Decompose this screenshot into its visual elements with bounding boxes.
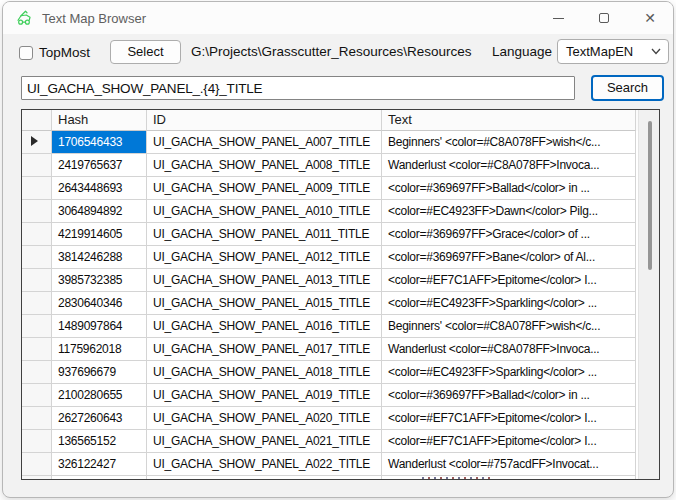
table-row[interactable]: 1706546433 UI_GACHA_SHOW_PANEL_A007_TITL… [22, 131, 659, 154]
text-cell[interactable]: <color=#EF7C1AFF>Epitome</color> I... [382, 407, 636, 430]
table-row[interactable]: 3814246288 UI_GACHA_SHOW_PANEL_A012_TITL… [22, 246, 659, 269]
search-button[interactable]: Search [591, 75, 664, 101]
id-cell[interactable]: UI_GACHA_SHOW_PANEL_A009_TITLE [147, 177, 382, 200]
table-row[interactable]: 2419765637 UI_GACHA_SHOW_PANEL_A008_TITL… [22, 154, 659, 177]
id-cell[interactable]: UI_GACHA_SHOW_PANEL_A011_TITLE [147, 223, 382, 246]
row-header-cell[interactable] [22, 223, 52, 246]
text-cell[interactable]: Wanderlust <color=#C8A078FF>Invoca... [382, 338, 636, 361]
text-cell[interactable]: <color=#369697FF>Grace</color> of ... [382, 223, 636, 246]
hash-cell[interactable] [52, 476, 147, 480]
row-header-cell[interactable] [22, 453, 52, 476]
hash-cell[interactable]: 4219914605 [52, 223, 147, 246]
row-header-cell[interactable] [22, 384, 52, 407]
resources-path: G:\Projects\Grasscutter_Resources\Resour… [191, 44, 472, 59]
id-cell[interactable]: UI_GACHA_SHOW_PANEL_A010_TITLE [147, 200, 382, 223]
row-header-cell[interactable] [22, 315, 52, 338]
text-cell[interactable]: <color=#EF7C1AFF>Epitome</color> I... [382, 430, 636, 453]
hash-cell[interactable]: 3985732385 [52, 269, 147, 292]
maximize-button[interactable] [581, 2, 627, 34]
table-row[interactable]: 326122427 UI_GACHA_SHOW_PANEL_A022_TITLE… [22, 453, 659, 476]
hash-cell[interactable]: 2627260643 [52, 407, 147, 430]
hash-cell[interactable]: 1706546433 [52, 131, 147, 154]
table-row[interactable]: 3064894892 UI_GACHA_SHOW_PANEL_A010_TITL… [22, 200, 659, 223]
id-cell[interactable]: UI_GACHA_SHOW_PANEL_A013_TITLE [147, 269, 382, 292]
hash-cell[interactable]: 2419765637 [52, 154, 147, 177]
row-header-cell[interactable] [22, 154, 52, 177]
table-row[interactable]: 2830640346 UI_GACHA_SHOW_PANEL_A015_TITL… [22, 292, 659, 315]
search-input[interactable] [21, 76, 575, 100]
text-cell[interactable] [382, 476, 636, 480]
row-header-cell[interactable] [22, 430, 52, 453]
hash-cell[interactable]: 2830640346 [52, 292, 147, 315]
row-header-cell[interactable] [22, 269, 52, 292]
id-cell[interactable]: UI_GACHA_SHOW_PANEL_A021_TITLE [147, 430, 382, 453]
text-cell[interactable]: <color=#EC4923FF>Dawn</color> Pilg... [382, 200, 636, 223]
text-cell[interactable]: Beginners' <color=#C8A078FF>wish</c... [382, 131, 636, 154]
table-row[interactable]: 1489097864 UI_GACHA_SHOW_PANEL_A016_TITL… [22, 315, 659, 338]
text-cell[interactable]: Beginners' <color=#C8A078FF>wish</c... [382, 315, 636, 338]
text-cell[interactable]: <color=#369697FF>Ballad</color> in ... [382, 384, 636, 407]
scrollbar-thumb[interactable] [648, 121, 652, 270]
row-header-cell[interactable] [22, 407, 52, 430]
id-cell[interactable]: UI_GACHA_SHOW_PANEL_A012_TITLE [147, 246, 382, 269]
row-header-cell[interactable] [22, 177, 52, 200]
hash-cell[interactable]: 326122427 [52, 453, 147, 476]
vertical-scrollbar[interactable] [638, 110, 659, 479]
hash-cell[interactable]: 3064894892 [52, 200, 147, 223]
row-header-cell[interactable] [22, 246, 52, 269]
text-cell[interactable]: <color=#EC4923FF>Sparkling</color> ... [382, 361, 636, 384]
row-header-cell[interactable] [22, 476, 52, 480]
table-row[interactable] [22, 476, 659, 480]
column-header-hash[interactable]: Hash [52, 110, 147, 131]
table-row[interactable]: 1175962018 UI_GACHA_SHOW_PANEL_A017_TITL… [22, 338, 659, 361]
row-header-cell[interactable] [22, 131, 52, 154]
id-cell[interactable]: UI_GACHA_SHOW_PANEL_A022_TITLE [147, 453, 382, 476]
hash-cell[interactable]: 937696679 [52, 361, 147, 384]
row-header-cell[interactable] [22, 200, 52, 223]
hash-cell[interactable]: 136565152 [52, 430, 147, 453]
table-row[interactable]: 4219914605 UI_GACHA_SHOW_PANEL_A011_TITL… [22, 223, 659, 246]
id-cell[interactable]: UI_GACHA_SHOW_PANEL_A015_TITLE [147, 292, 382, 315]
row-header-cell[interactable] [22, 292, 52, 315]
minimize-icon [553, 18, 564, 19]
id-cell[interactable]: UI_GACHA_SHOW_PANEL_A008_TITLE [147, 154, 382, 177]
row-header-corner[interactable] [22, 110, 52, 131]
id-cell[interactable]: UI_GACHA_SHOW_PANEL_A016_TITLE [147, 315, 382, 338]
table-row[interactable]: 136565152 UI_GACHA_SHOW_PANEL_A021_TITLE… [22, 430, 659, 453]
text-cell[interactable]: Wanderlust <color=#C8A078FF>Invoca... [382, 154, 636, 177]
id-cell[interactable]: UI_GACHA_SHOW_PANEL_A007_TITLE [147, 131, 382, 154]
id-cell[interactable] [147, 476, 382, 480]
text-cell[interactable]: <color=#369697FF>Ballad</color> in ... [382, 177, 636, 200]
row-header-cell[interactable] [22, 338, 52, 361]
text-cell[interactable]: Wanderlust <color=#757acdFF>Invocat... [382, 453, 636, 476]
titlebar: Text Map Browser ✕ [3, 2, 673, 34]
table-row[interactable]: 2100280655 UI_GACHA_SHOW_PANEL_A019_TITL… [22, 384, 659, 407]
hash-cell[interactable]: 2100280655 [52, 384, 147, 407]
hash-cell[interactable]: 2643448693 [52, 177, 147, 200]
row-header-cell[interactable] [22, 361, 52, 384]
hash-cell[interactable]: 3814246288 [52, 246, 147, 269]
text-cell[interactable]: <color=#369697FF>Bane</color> of Al... [382, 246, 636, 269]
table-row[interactable]: 2627260643 UI_GACHA_SHOW_PANEL_A020_TITL… [22, 407, 659, 430]
id-cell[interactable]: UI_GACHA_SHOW_PANEL_A019_TITLE [147, 384, 382, 407]
table-row[interactable]: 3985732385 UI_GACHA_SHOW_PANEL_A013_TITL… [22, 269, 659, 292]
select-button[interactable]: Select [110, 40, 181, 64]
table-row[interactable]: 937696679 UI_GACHA_SHOW_PANEL_A018_TITLE… [22, 361, 659, 384]
text-cell[interactable]: <color=#EC4923FF>Sparkling</color> ... [382, 292, 636, 315]
topmost-checkbox[interactable] [19, 46, 33, 60]
id-cell[interactable]: UI_GACHA_SHOW_PANEL_A020_TITLE [147, 407, 382, 430]
text-cell[interactable]: <color=#EF7C1AFF>Epitome</color> I... [382, 269, 636, 292]
table-row[interactable]: 2643448693 UI_GACHA_SHOW_PANEL_A009_TITL… [22, 177, 659, 200]
grid-header: Hash ID Text [22, 110, 659, 131]
topmost-checkbox-group[interactable]: TopMost [19, 45, 90, 60]
hash-cell[interactable]: 1489097864 [52, 315, 147, 338]
column-header-text[interactable]: Text [382, 110, 636, 131]
language-select[interactable]: TextMapEN [557, 39, 669, 64]
language-selected-value: TextMapEN [566, 44, 651, 59]
minimize-button[interactable] [535, 2, 581, 34]
column-header-id[interactable]: ID [147, 110, 382, 131]
id-cell[interactable]: UI_GACHA_SHOW_PANEL_A018_TITLE [147, 361, 382, 384]
id-cell[interactable]: UI_GACHA_SHOW_PANEL_A017_TITLE [147, 338, 382, 361]
close-button[interactable]: ✕ [627, 2, 673, 34]
hash-cell[interactable]: 1175962018 [52, 338, 147, 361]
